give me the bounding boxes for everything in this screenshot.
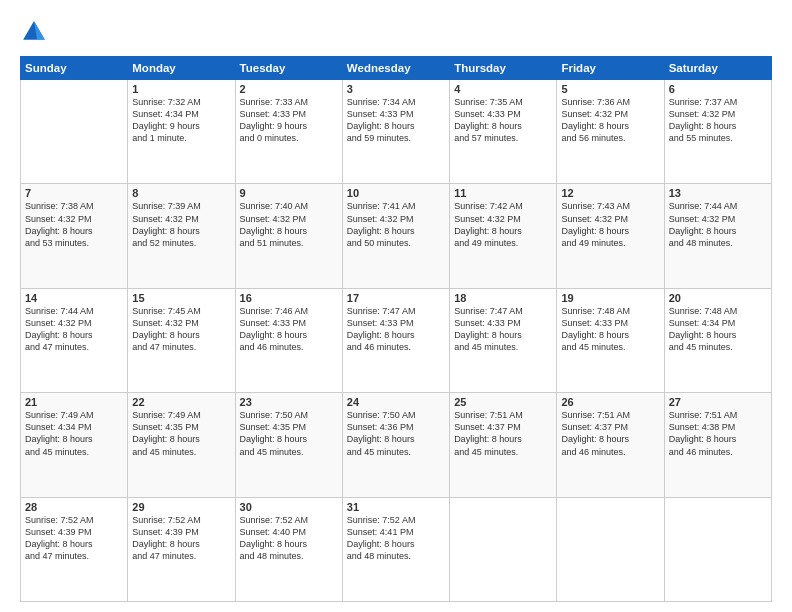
calendar-cell: 4Sunrise: 7:35 AM Sunset: 4:33 PM Daylig…	[450, 80, 557, 184]
day-number: 20	[669, 292, 767, 304]
day-info: Sunrise: 7:51 AM Sunset: 4:37 PM Dayligh…	[561, 409, 659, 458]
day-number: 26	[561, 396, 659, 408]
day-number: 3	[347, 83, 445, 95]
calendar-cell: 9Sunrise: 7:40 AM Sunset: 4:32 PM Daylig…	[235, 184, 342, 288]
day-number: 9	[240, 187, 338, 199]
day-number: 22	[132, 396, 230, 408]
day-number: 19	[561, 292, 659, 304]
calendar-cell: 29Sunrise: 7:52 AM Sunset: 4:39 PM Dayli…	[128, 497, 235, 601]
day-info: Sunrise: 7:51 AM Sunset: 4:37 PM Dayligh…	[454, 409, 552, 458]
calendar-cell: 16Sunrise: 7:46 AM Sunset: 4:33 PM Dayli…	[235, 288, 342, 392]
day-info: Sunrise: 7:38 AM Sunset: 4:32 PM Dayligh…	[25, 200, 123, 249]
weekday-header-row: SundayMondayTuesdayWednesdayThursdayFrid…	[21, 57, 772, 80]
calendar-cell: 12Sunrise: 7:43 AM Sunset: 4:32 PM Dayli…	[557, 184, 664, 288]
calendar-cell: 18Sunrise: 7:47 AM Sunset: 4:33 PM Dayli…	[450, 288, 557, 392]
day-info: Sunrise: 7:33 AM Sunset: 4:33 PM Dayligh…	[240, 96, 338, 145]
day-number: 7	[25, 187, 123, 199]
day-info: Sunrise: 7:44 AM Sunset: 4:32 PM Dayligh…	[669, 200, 767, 249]
calendar-cell: 23Sunrise: 7:50 AM Sunset: 4:35 PM Dayli…	[235, 393, 342, 497]
calendar-cell: 11Sunrise: 7:42 AM Sunset: 4:32 PM Dayli…	[450, 184, 557, 288]
day-number: 8	[132, 187, 230, 199]
day-info: Sunrise: 7:39 AM Sunset: 4:32 PM Dayligh…	[132, 200, 230, 249]
day-info: Sunrise: 7:50 AM Sunset: 4:36 PM Dayligh…	[347, 409, 445, 458]
day-number: 12	[561, 187, 659, 199]
weekday-header-thursday: Thursday	[450, 57, 557, 80]
day-info: Sunrise: 7:34 AM Sunset: 4:33 PM Dayligh…	[347, 96, 445, 145]
week-row-2: 7Sunrise: 7:38 AM Sunset: 4:32 PM Daylig…	[21, 184, 772, 288]
day-number: 24	[347, 396, 445, 408]
day-number: 17	[347, 292, 445, 304]
calendar-cell: 22Sunrise: 7:49 AM Sunset: 4:35 PM Dayli…	[128, 393, 235, 497]
day-number: 4	[454, 83, 552, 95]
calendar-cell: 24Sunrise: 7:50 AM Sunset: 4:36 PM Dayli…	[342, 393, 449, 497]
calendar-cell: 27Sunrise: 7:51 AM Sunset: 4:38 PM Dayli…	[664, 393, 771, 497]
day-info: Sunrise: 7:45 AM Sunset: 4:32 PM Dayligh…	[132, 305, 230, 354]
weekday-header-monday: Monday	[128, 57, 235, 80]
calendar-cell: 28Sunrise: 7:52 AM Sunset: 4:39 PM Dayli…	[21, 497, 128, 601]
day-info: Sunrise: 7:41 AM Sunset: 4:32 PM Dayligh…	[347, 200, 445, 249]
calendar-cell: 19Sunrise: 7:48 AM Sunset: 4:33 PM Dayli…	[557, 288, 664, 392]
calendar-cell: 31Sunrise: 7:52 AM Sunset: 4:41 PM Dayli…	[342, 497, 449, 601]
day-info: Sunrise: 7:37 AM Sunset: 4:32 PM Dayligh…	[669, 96, 767, 145]
day-info: Sunrise: 7:50 AM Sunset: 4:35 PM Dayligh…	[240, 409, 338, 458]
week-row-1: 1Sunrise: 7:32 AM Sunset: 4:34 PM Daylig…	[21, 80, 772, 184]
day-number: 13	[669, 187, 767, 199]
day-number: 28	[25, 501, 123, 513]
calendar-cell: 10Sunrise: 7:41 AM Sunset: 4:32 PM Dayli…	[342, 184, 449, 288]
day-number: 21	[25, 396, 123, 408]
day-number: 25	[454, 396, 552, 408]
weekday-header-saturday: Saturday	[664, 57, 771, 80]
calendar-cell: 2Sunrise: 7:33 AM Sunset: 4:33 PM Daylig…	[235, 80, 342, 184]
calendar-cell: 25Sunrise: 7:51 AM Sunset: 4:37 PM Dayli…	[450, 393, 557, 497]
calendar-cell: 3Sunrise: 7:34 AM Sunset: 4:33 PM Daylig…	[342, 80, 449, 184]
weekday-header-tuesday: Tuesday	[235, 57, 342, 80]
day-info: Sunrise: 7:51 AM Sunset: 4:38 PM Dayligh…	[669, 409, 767, 458]
day-number: 14	[25, 292, 123, 304]
calendar-cell	[21, 80, 128, 184]
calendar-cell: 15Sunrise: 7:45 AM Sunset: 4:32 PM Dayli…	[128, 288, 235, 392]
day-info: Sunrise: 7:52 AM Sunset: 4:39 PM Dayligh…	[25, 514, 123, 563]
day-number: 30	[240, 501, 338, 513]
weekday-header-friday: Friday	[557, 57, 664, 80]
calendar-cell: 20Sunrise: 7:48 AM Sunset: 4:34 PM Dayli…	[664, 288, 771, 392]
day-info: Sunrise: 7:36 AM Sunset: 4:32 PM Dayligh…	[561, 96, 659, 145]
day-info: Sunrise: 7:52 AM Sunset: 4:39 PM Dayligh…	[132, 514, 230, 563]
day-number: 2	[240, 83, 338, 95]
calendar-cell: 5Sunrise: 7:36 AM Sunset: 4:32 PM Daylig…	[557, 80, 664, 184]
day-info: Sunrise: 7:47 AM Sunset: 4:33 PM Dayligh…	[347, 305, 445, 354]
day-info: Sunrise: 7:52 AM Sunset: 4:40 PM Dayligh…	[240, 514, 338, 563]
calendar-cell: 21Sunrise: 7:49 AM Sunset: 4:34 PM Dayli…	[21, 393, 128, 497]
calendar-cell: 6Sunrise: 7:37 AM Sunset: 4:32 PM Daylig…	[664, 80, 771, 184]
week-row-5: 28Sunrise: 7:52 AM Sunset: 4:39 PM Dayli…	[21, 497, 772, 601]
page: SundayMondayTuesdayWednesdayThursdayFrid…	[0, 0, 792, 612]
weekday-header-sunday: Sunday	[21, 57, 128, 80]
day-number: 31	[347, 501, 445, 513]
day-info: Sunrise: 7:49 AM Sunset: 4:34 PM Dayligh…	[25, 409, 123, 458]
day-info: Sunrise: 7:42 AM Sunset: 4:32 PM Dayligh…	[454, 200, 552, 249]
day-number: 16	[240, 292, 338, 304]
week-row-3: 14Sunrise: 7:44 AM Sunset: 4:32 PM Dayli…	[21, 288, 772, 392]
day-info: Sunrise: 7:48 AM Sunset: 4:33 PM Dayligh…	[561, 305, 659, 354]
day-info: Sunrise: 7:35 AM Sunset: 4:33 PM Dayligh…	[454, 96, 552, 145]
day-number: 6	[669, 83, 767, 95]
header	[20, 18, 772, 46]
day-info: Sunrise: 7:46 AM Sunset: 4:33 PM Dayligh…	[240, 305, 338, 354]
day-number: 5	[561, 83, 659, 95]
calendar-cell: 30Sunrise: 7:52 AM Sunset: 4:40 PM Dayli…	[235, 497, 342, 601]
calendar-cell: 17Sunrise: 7:47 AM Sunset: 4:33 PM Dayli…	[342, 288, 449, 392]
calendar-cell	[450, 497, 557, 601]
calendar-cell: 1Sunrise: 7:32 AM Sunset: 4:34 PM Daylig…	[128, 80, 235, 184]
day-number: 18	[454, 292, 552, 304]
calendar-cell: 13Sunrise: 7:44 AM Sunset: 4:32 PM Dayli…	[664, 184, 771, 288]
calendar-cell: 26Sunrise: 7:51 AM Sunset: 4:37 PM Dayli…	[557, 393, 664, 497]
logo	[20, 18, 52, 46]
day-info: Sunrise: 7:40 AM Sunset: 4:32 PM Dayligh…	[240, 200, 338, 249]
day-number: 23	[240, 396, 338, 408]
day-info: Sunrise: 7:43 AM Sunset: 4:32 PM Dayligh…	[561, 200, 659, 249]
day-number: 29	[132, 501, 230, 513]
day-number: 15	[132, 292, 230, 304]
day-info: Sunrise: 7:48 AM Sunset: 4:34 PM Dayligh…	[669, 305, 767, 354]
day-number: 11	[454, 187, 552, 199]
day-number: 10	[347, 187, 445, 199]
day-info: Sunrise: 7:52 AM Sunset: 4:41 PM Dayligh…	[347, 514, 445, 563]
